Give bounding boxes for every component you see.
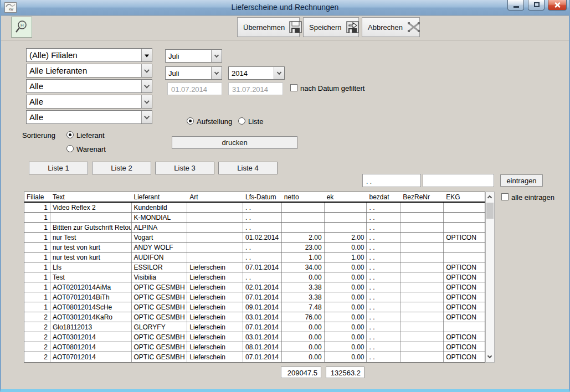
table-row[interactable]: 1AOT02012014AiMaOPTIC GESMBHLieferschein… <box>24 282 485 292</box>
cancel-button[interactable]: Abbrechen <box>362 17 420 37</box>
table-cell: Lieferschein <box>187 262 243 272</box>
table-cell <box>400 332 444 342</box>
year-dropdown[interactable]: 2014 <box>228 66 285 80</box>
liste3-button[interactable]: Liste 3 <box>155 162 214 174</box>
table-row[interactable]: 2AOT07012014OPTIC GESMBHLieferschein07.0… <box>24 352 485 362</box>
all-enter-checkbox[interactable] <box>501 193 509 200</box>
view-radio-aufstellung[interactable] <box>187 117 194 125</box>
table-cell <box>400 302 444 312</box>
records-table: FilialeTextLieferantArtLfs-Datumnettoekb… <box>24 192 485 363</box>
branch-dropdown[interactable]: (Alle) Filialen <box>26 48 152 62</box>
scroll-up-icon[interactable] <box>486 193 494 201</box>
table-cell: GLORYFY <box>132 322 188 332</box>
table-row[interactable]: 2AOT03012014KaRoOPTIC GESMBHLieferschein… <box>24 312 485 322</box>
scroll-down-icon[interactable] <box>486 353 494 362</box>
table-cell: 3.38 <box>282 282 325 292</box>
table-cell: 03.01.2014 <box>243 332 282 342</box>
table-row[interactable]: 2AOT03012014OPTIC GESMBHLieferschein03.0… <box>24 332 485 342</box>
month-to-dropdown[interactable]: Juli <box>165 66 222 80</box>
table-row[interactable]: 1TestVisibiliaLieferschein. .0.000.00. .… <box>24 272 485 282</box>
table-row[interactable]: 2Glo18112013GLORYFYLieferschein07.01.201… <box>24 322 485 332</box>
table-cell: OPTIC GESMBH <box>132 352 188 362</box>
table-row[interactable]: 1AOT08012014ScHeOPTIC GESMBHLieferschein… <box>24 302 485 312</box>
filter3-dropdown[interactable]: Alle <box>26 79 152 93</box>
table-cell: OPTIC GESMBH <box>132 302 188 312</box>
sort-radio-warenart[interactable] <box>66 145 74 152</box>
table-row[interactable]: 1LfsESSILORLieferschein07.01.201434.000.… <box>24 262 485 272</box>
chevron-down-icon <box>141 111 152 123</box>
filter5-dropdown[interactable]: Alle <box>26 110 152 124</box>
table-cell: 0.00 <box>325 342 367 352</box>
view-radio-liste[interactable] <box>238 117 245 125</box>
table-row[interactable]: 1nur TestVogart01.02.20142.002.00. .OPTI… <box>24 233 485 243</box>
table-cell: AUDIFON <box>132 252 188 262</box>
table-row[interactable]: 1nur test von kurtANDY WOLF. .23.000.00.… <box>24 243 485 252</box>
table-cell: 08.01.2014 <box>243 342 282 352</box>
table-cell: . . <box>243 203 282 212</box>
table-cell: . . <box>367 223 400 232</box>
month-to-value: Juli <box>166 69 211 78</box>
table-row[interactable]: 1Video Reflex 2Kundenbild. .. . <box>24 203 485 213</box>
table-cell: 1 <box>24 272 50 282</box>
table-cell: OPTIC GESMBH <box>132 342 188 352</box>
supplier-dropdown-value: Alle Lieferanten <box>27 66 141 75</box>
table-row[interactable]: 1nur test von kurtAUDIFON. .1.001.00. . <box>24 252 485 262</box>
close-button[interactable] <box>548 0 567 11</box>
table-cell: 0.00 <box>325 332 367 342</box>
table-cell: OPTIC GESMBH <box>132 292 188 302</box>
search-button[interactable]: H <box>11 17 32 38</box>
minimize-button[interactable] <box>507 0 524 11</box>
supplier-dropdown[interactable]: Alle Lieferanten <box>26 64 152 78</box>
table-cell: 2 <box>24 352 50 362</box>
table-cell: 02.01.2014 <box>243 282 282 292</box>
filter4-dropdown-value: Alle <box>27 97 141 106</box>
entry-text-field[interactable] <box>423 174 494 187</box>
toolbar: H Übernehmen Speichern <box>1 16 569 40</box>
table-cell: Lieferschein <box>187 292 243 302</box>
table-cell: . . <box>243 252 282 262</box>
liste4-button[interactable]: Liste 4 <box>218 162 278 174</box>
entry-date-field[interactable]: . . <box>362 174 421 187</box>
table-cell <box>282 203 325 212</box>
table-row[interactable]: 1AOT07012014BiThOPTIC GESMBHLieferschein… <box>24 292 485 302</box>
date-to-field[interactable]: 31.07.2014 <box>228 82 283 95</box>
chevron-down-icon <box>141 49 152 61</box>
window-title: Lieferscheine und Rechnungen <box>0 3 570 12</box>
maximize-button[interactable] <box>528 0 545 11</box>
apply-button[interactable]: Übernehmen <box>237 17 300 37</box>
table-body: 1Video Reflex 2Kundenbild. .. .1K-MONDIA… <box>24 203 485 362</box>
liste1-button[interactable]: Liste 1 <box>29 162 88 174</box>
window-controls <box>506 0 567 13</box>
month-from-dropdown[interactable]: Juli <box>165 49 222 63</box>
maximize-icon <box>534 2 540 7</box>
date-from-field[interactable]: 01.07.2014 <box>167 82 222 95</box>
table-cell: Lieferschein <box>187 282 243 292</box>
table-cell: AOT08012014 <box>50 342 132 352</box>
chevron-down-icon <box>141 80 152 92</box>
table-scrollbar[interactable] <box>485 192 495 363</box>
table-cell <box>282 213 325 222</box>
table-cell: 1 <box>24 213 50 222</box>
print-button[interactable]: drucken <box>172 136 297 149</box>
save-button[interactable]: Speichern <box>303 17 359 37</box>
table-cell: 2 <box>24 322 50 332</box>
liste2-button[interactable]: Liste 2 <box>92 162 151 174</box>
sort-radio-lieferant[interactable] <box>66 131 74 138</box>
view-radio-liste-label: Liste <box>248 117 263 126</box>
table-row[interactable]: 1Bittten zur Gutschrift RetourALPINA. ..… <box>24 223 485 233</box>
table-row[interactable]: 2AOT08012014OPTIC GESMBHLieferschein08.0… <box>24 342 485 352</box>
chevron-down-icon <box>141 64 152 77</box>
date-filter-checkbox[interactable] <box>290 84 297 91</box>
table-cell: nur test von kurt <box>50 252 132 262</box>
table-cell <box>400 312 444 322</box>
scrollbar-thumb[interactable] <box>486 203 494 219</box>
table-cell: 1 <box>24 203 50 212</box>
view-radio-aufstellung-label: Aufstellung <box>197 117 232 126</box>
filter4-dropdown[interactable]: Alle <box>26 95 152 109</box>
table-row[interactable]: 1K-MONDIAL. .. . <box>24 213 485 223</box>
table-cell: Lieferschein <box>187 312 243 322</box>
enter-button[interactable]: eintragen <box>500 174 543 187</box>
table-cell: 0.00 <box>325 262 367 272</box>
table-cell: 1 <box>24 302 50 312</box>
table-cell: . . <box>367 252 400 262</box>
